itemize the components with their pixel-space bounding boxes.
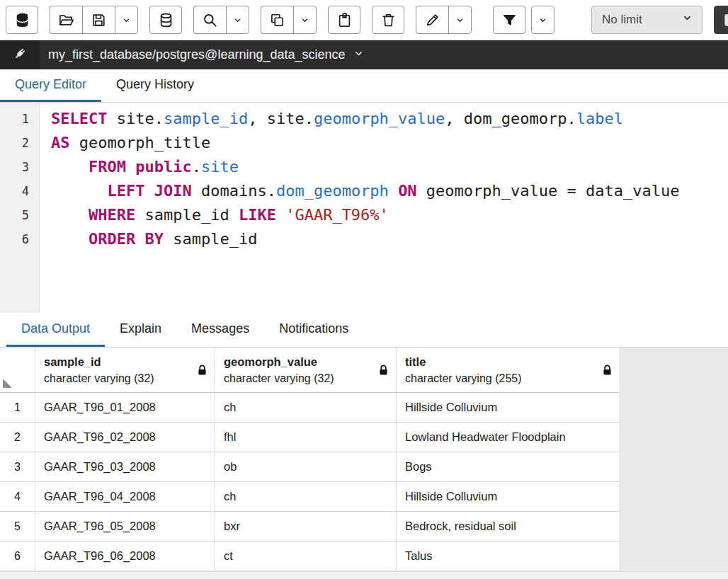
cell[interactable]: GAAR_T96_01_2008 [35, 393, 215, 423]
toolbar-group-filter [493, 6, 525, 34]
tab-query-history[interactable]: Query History [101, 69, 209, 102]
select-all-corner[interactable] [0, 348, 35, 393]
row-filler [620, 423, 728, 452]
cell[interactable]: fhl [215, 423, 397, 452]
row-number[interactable]: 1 [0, 393, 35, 423]
cell[interactable]: GAAR_T96_06_2008 [35, 541, 215, 571]
filter-icon [501, 12, 518, 28]
cell[interactable]: ch [215, 393, 397, 423]
editor-tabbar: Query EditorQuery History [0, 69, 728, 103]
paste-button[interactable] [328, 6, 360, 34]
sql-file-button[interactable] [6, 6, 38, 34]
open-file-button[interactable] [50, 6, 82, 34]
chevron-down-icon [681, 12, 693, 28]
data-output-grid: sample_idcharacter varying (32)geomorph_… [0, 348, 728, 571]
toolbar-group-copy [261, 6, 317, 34]
cell[interactable]: ct [215, 541, 397, 571]
lock-icon [197, 365, 207, 376]
cell[interactable]: GAAR_T96_05_2008 [35, 512, 215, 541]
tab-explain[interactable]: Explain [105, 313, 176, 347]
connection-selector[interactable]: my_first_database/postgres@learning_data… [48, 40, 365, 69]
column-header-sample_id[interactable]: sample_idcharacter varying (32) [35, 348, 215, 393]
column-type: character varying (32) [224, 370, 374, 386]
stop-button[interactable] [714, 6, 728, 34]
lock-icon [602, 365, 613, 376]
find-button[interactable] [193, 6, 226, 34]
sql-editor[interactable]: SELECT site.sample_id, site.geomorph_val… [40, 103, 728, 313]
cell[interactable]: ch [215, 482, 397, 512]
cell[interactable]: GAAR_T96_03_2008 [35, 452, 215, 482]
grid-header-filler [620, 348, 728, 393]
column-header-text: geomorph_valuecharacter varying (32) [224, 354, 374, 386]
toolbar-group-stop [714, 6, 728, 34]
copy-button[interactable] [261, 6, 293, 34]
toolbar-group-macro [6, 6, 38, 34]
cell[interactable]: bxr [215, 512, 397, 541]
column-header-geomorph_value[interactable]: geomorph_valuecharacter varying (32) [215, 348, 397, 393]
sql-line: LEFT JOIN domains.dom_geomorph ON geomor… [51, 179, 728, 203]
tab-query-editor[interactable]: Query Editor [0, 69, 101, 102]
cell[interactable]: GAAR_T96_04_2008 [35, 482, 215, 512]
cell[interactable]: Hillside Colluvium [397, 482, 620, 512]
column-name: title [405, 354, 598, 370]
row-limit-select[interactable]: No limit [591, 6, 703, 34]
row-number[interactable]: 6 [0, 541, 35, 571]
line-number: 5 [0, 203, 39, 227]
row-number[interactable]: 2 [0, 423, 35, 452]
save-file-button[interactable] [82, 6, 115, 34]
tab-messages[interactable]: Messages [176, 313, 264, 347]
cell[interactable]: Lowland Headwater Floodplain [397, 423, 620, 452]
cell[interactable]: Talus [397, 541, 620, 571]
row-limit-value: No limit [602, 13, 642, 27]
cell[interactable]: Hillside Colluvium [397, 393, 620, 423]
sql-line: ORDER BY sample_id [51, 227, 728, 251]
column-header-text: sample_idcharacter varying (32) [44, 354, 193, 386]
tab-data-output[interactable]: Data Output [6, 313, 105, 347]
copy-icon [269, 12, 285, 28]
save-icon [91, 12, 107, 28]
copy-dropdown-button[interactable] [293, 6, 317, 34]
edit-button[interactable] [416, 6, 448, 34]
row-filler [620, 541, 728, 571]
query-tool-window: No limit my_first_database/postgres@lear… [0, 0, 728, 579]
chevron-down-icon [121, 15, 132, 25]
line-number: 4 [0, 179, 39, 203]
row-number[interactable]: 4 [0, 482, 35, 512]
find-dropdown-button[interactable] [226, 6, 249, 34]
cell[interactable]: GAAR_T96_02_2008 [35, 423, 215, 452]
cell[interactable]: ob [215, 452, 397, 482]
table-row: 5GAAR_T96_05_2008bxrBedrock, residual so… [0, 512, 728, 541]
select-all-triangle-icon [3, 379, 12, 388]
cell[interactable]: Bedrock, residual soil [397, 512, 620, 541]
output-tabbar: Data OutputExplainMessagesNotifications [0, 313, 728, 348]
lock-icon [378, 365, 389, 376]
row-number[interactable]: 3 [0, 452, 35, 482]
column-name: geomorph_value [224, 354, 374, 370]
toolbar-group-paste [328, 6, 360, 34]
row-filler [620, 452, 728, 482]
edit-icon [424, 12, 440, 28]
connection-status-cell [0, 40, 40, 69]
edit-dropdown-button[interactable] [448, 6, 472, 34]
table-row: 4GAAR_T96_04_2008chHillside Colluvium [0, 482, 728, 512]
row-number[interactable]: 5 [0, 512, 35, 541]
save-data-changes-button[interactable] [149, 6, 182, 34]
sql-line: AS geomorph_title [51, 131, 728, 155]
toolbar-group-edit [416, 6, 472, 34]
grid-body: 1GAAR_T96_01_2008chHillside Colluvium2GA… [0, 393, 728, 571]
cell[interactable]: Bogs [397, 452, 620, 482]
column-header-title[interactable]: titlecharacter varying (255) [397, 348, 620, 393]
toolbar-group-file [50, 6, 138, 34]
folder-open-icon [58, 12, 74, 28]
toolbar-group-save-data [149, 6, 182, 34]
search-icon [202, 12, 218, 28]
filter-dropdown-button[interactable] [531, 6, 554, 34]
save-dropdown-button[interactable] [115, 6, 138, 34]
row-filler [620, 512, 728, 541]
delete-button[interactable] [372, 6, 404, 34]
horizontal-scrollbar[interactable] [0, 571, 728, 579]
tab-notifications[interactable]: Notifications [264, 313, 363, 347]
editor-gutter: 123456 [0, 103, 40, 313]
filter-button[interactable] [493, 6, 525, 34]
paste-icon [336, 12, 353, 28]
